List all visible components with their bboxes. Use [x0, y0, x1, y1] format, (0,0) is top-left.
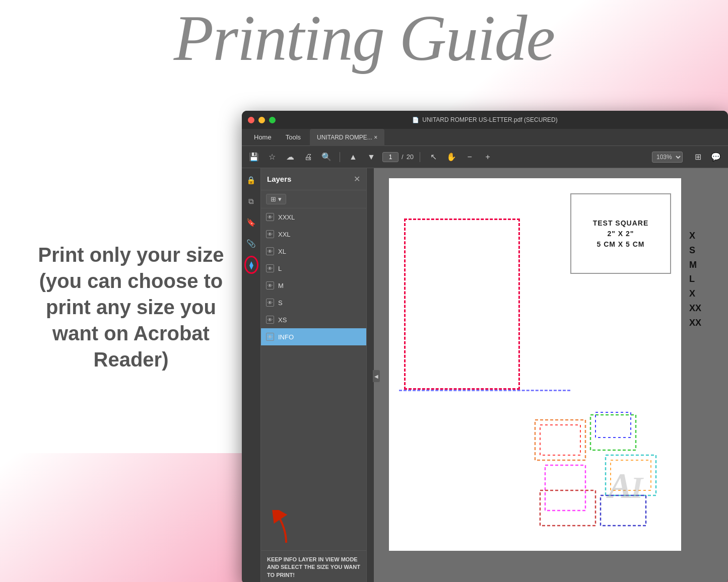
svg-text:I: I [630, 470, 644, 504]
bookmarks-icon[interactable]: 🔖 [244, 215, 258, 230]
layer-visibility-icon[interactable]: 👁 [266, 230, 274, 238]
pattern-boundary [404, 219, 520, 390]
copy-icon[interactable]: ⧉ [244, 194, 258, 208]
tab-label: UNITARD ROMPE... × [317, 134, 377, 141]
bookmark-button[interactable]: ☆ [265, 150, 279, 164]
layer-visibility-icon[interactable]: 👁 [266, 213, 274, 221]
layer-visibility-icon[interactable]: 👁 [266, 316, 274, 324]
layer-visibility-icon[interactable]: 👁 [266, 299, 274, 307]
zoom-control: 103% 100% 75% 50% [652, 152, 683, 163]
page-title: Printing Guide [0, 5, 728, 70]
layer-item[interactable]: 👁L [261, 260, 366, 277]
layer-name: XS [278, 316, 287, 324]
page-number-input[interactable] [382, 152, 399, 162]
svg-rect-1 [535, 420, 585, 460]
test-square: TEST SQUARE 2" X 2" 5 CM X 5 CM [570, 193, 671, 274]
home-menu[interactable]: Home [247, 129, 279, 146]
layer-item[interactable]: 👁XS [261, 311, 366, 328]
cloud-button[interactable]: ☁ [283, 150, 297, 164]
svg-text:A: A [606, 466, 632, 506]
size-labels: X S M L X XX XX [689, 229, 701, 330]
layer-name: XXL [278, 231, 291, 238]
tools-menu[interactable]: Tools [279, 129, 308, 146]
layer-item[interactable]: 👁XXL [261, 226, 366, 243]
page-nav: / 20 [382, 152, 414, 162]
maximize-button[interactable] [269, 117, 276, 123]
page-separator: / [402, 153, 404, 161]
dropdown-arrow: ▾ [278, 195, 282, 203]
svg-rect-5 [545, 465, 585, 511]
layers-header: Layers ✕ [261, 168, 366, 190]
layers-toolbar: ⊞ ▾ [261, 190, 366, 208]
close-button[interactable] [248, 117, 254, 123]
zoom-out-button[interactable]: − [462, 150, 477, 164]
title-bar: 📄 UNITARD ROMPER US-LETTER.pdf (SECURED) [242, 111, 728, 129]
layer-name: L [278, 265, 282, 272]
fit-button[interactable]: ⊞ [691, 150, 705, 164]
layers-circle-highlight: ⧫ [244, 256, 258, 274]
document-area[interactable]: TEST SQUARE 2" X 2" 5 CM X 5 CM X S M L … [374, 168, 728, 582]
search-button[interactable]: 🔍 [319, 150, 334, 164]
layer-visibility-icon[interactable]: 👁 [266, 247, 274, 255]
multicolor-pattern: A I [530, 410, 671, 541]
document-page: TEST SQUARE 2" X 2" 5 CM X 5 CM X S M L … [389, 178, 681, 551]
test-square-text: TEST SQUARE 2" X 2" 5 CM X 5 CM [593, 218, 649, 250]
document-tab[interactable]: UNITARD ROMPE... × [310, 129, 384, 146]
separator-1 [340, 152, 340, 162]
layers-icon[interactable]: ⧫ [244, 258, 258, 272]
toolbar: 💾 ☆ ☁ 🖨 🔍 ▲ ▼ / 20 ↖ ✋ − + 103% 100% 75%… [242, 146, 728, 168]
save-button[interactable]: 💾 [247, 150, 261, 164]
svg-rect-8 [540, 490, 595, 526]
instruction-text: Print only your size (you can choose to … [30, 242, 232, 373]
layer-item[interactable]: 👁INFO [261, 328, 366, 345]
pdf-icon: 📄 [412, 117, 419, 123]
svg-rect-2 [540, 425, 580, 455]
layers-options-button[interactable]: ⊞ ▾ [266, 194, 286, 204]
zoom-select[interactable]: 103% 100% 75% 50% [652, 152, 683, 163]
layer-name: S [278, 299, 283, 307]
layer-item[interactable]: 👁M [261, 277, 366, 294]
window-title: 📄 UNITARD ROMPER US-LETTER.pdf (SECURED) [412, 116, 557, 123]
layers-title: Layers [267, 175, 291, 183]
layer-visibility-icon[interactable]: 👁 [266, 333, 274, 341]
svg-rect-3 [590, 415, 636, 450]
grid-icon: ⊞ [271, 195, 276, 203]
acrobat-window: 📄 UNITARD ROMPER US-LETTER.pdf (SECURED)… [242, 111, 728, 582]
lock-icon: 🔒 [244, 173, 258, 187]
share-button[interactable]: 💬 [709, 150, 723, 164]
cursor-button[interactable]: ↖ [426, 150, 440, 164]
zoom-in-button[interactable]: + [481, 150, 495, 164]
layers-close-button[interactable]: ✕ [354, 174, 360, 184]
minimize-button[interactable] [258, 117, 265, 123]
page-total: 20 [407, 153, 414, 161]
separator-2 [420, 152, 420, 162]
layer-item[interactable]: 👁XL [261, 243, 366, 260]
layer-list: 👁XXXL👁XXL👁XL👁L👁M👁S👁XS👁INFO [261, 208, 366, 510]
layer-item[interactable]: 👁XXXL [261, 208, 366, 226]
layer-name: XXXL [278, 213, 295, 221]
layer-visibility-icon[interactable]: 👁 [266, 264, 274, 272]
layers-panel: Layers ✕ ⊞ ▾ 👁XXXL👁XXL👁XL👁L👁M👁S👁XS👁INFO [261, 168, 367, 582]
prev-page-button[interactable]: ▲ [346, 150, 360, 164]
svg-rect-4 [595, 412, 631, 438]
layer-visibility-icon[interactable]: 👁 [266, 281, 274, 289]
paperclip-icon[interactable]: 📎 [244, 237, 258, 251]
next-page-button[interactable]: ▼ [364, 150, 378, 164]
menu-bar: Home Tools UNITARD ROMPE... × [242, 129, 728, 146]
blue-dashed-line [399, 390, 570, 391]
red-arrow [271, 510, 301, 545]
print-button[interactable]: 🖨 [301, 150, 315, 164]
main-content: 🔒 ⧉ 🔖 📎 ⧫ Layers ✕ ⊞ ▾ 👁XXXL👁XXL👁X [242, 168, 728, 582]
layer-name: INFO [278, 333, 294, 341]
sidebar-icons: 🔒 ⧉ 🔖 📎 ⧫ [242, 168, 261, 582]
layer-name: M [278, 282, 284, 289]
layer-name: XL [278, 248, 286, 255]
layer-item[interactable]: 👁S [261, 294, 366, 311]
collapse-panel-button[interactable]: ◀ [373, 370, 380, 382]
hand-button[interactable]: ✋ [444, 150, 458, 164]
left-panel: Print only your size (you can choose to … [15, 161, 247, 453]
layer-instruction: KEEP INFO LAYER IN VIEW MODE AND SELECT … [261, 550, 366, 582]
title-area: Printing Guide [0, 5, 728, 70]
